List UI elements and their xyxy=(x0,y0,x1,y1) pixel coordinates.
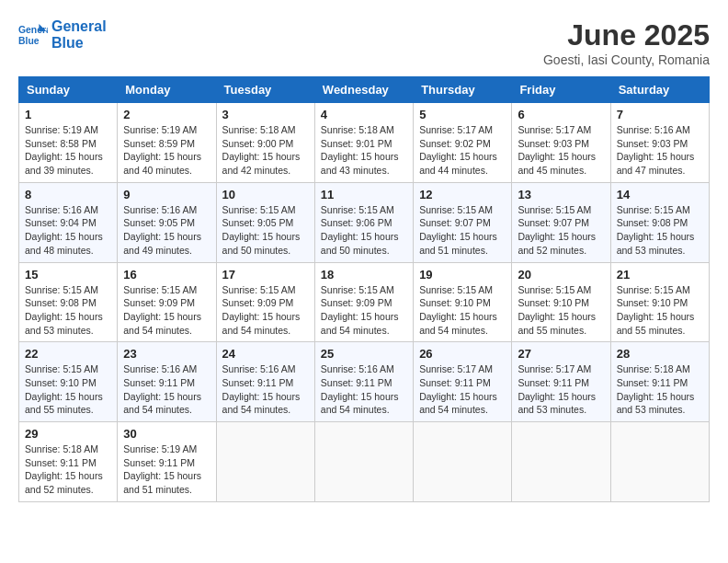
day-cell: 4Sunrise: 5:18 AMSunset: 9:01 PMDaylight… xyxy=(314,103,413,183)
week-row-5: 29Sunrise: 5:18 AMSunset: 9:11 PMDayligh… xyxy=(19,422,710,502)
day-cell: 15Sunrise: 5:15 AMSunset: 9:08 PMDayligh… xyxy=(19,262,118,342)
day-info: Sunrise: 5:15 AMSunset: 9:07 PMDaylight:… xyxy=(419,203,506,258)
day-number: 3 xyxy=(222,108,309,121)
day-cell: 21Sunrise: 5:15 AMSunset: 9:10 PMDayligh… xyxy=(610,262,709,342)
day-cell: 5Sunrise: 5:17 AMSunset: 9:02 PMDaylight… xyxy=(414,103,512,183)
header-friday: Friday xyxy=(512,77,610,103)
day-info: Sunrise: 5:15 AMSunset: 9:10 PMDaylight:… xyxy=(518,283,604,338)
month-title: June 2025 xyxy=(543,18,710,52)
header-tuesday: Tuesday xyxy=(216,77,314,103)
day-info: Sunrise: 5:15 AMSunset: 9:05 PMDaylight:… xyxy=(222,203,309,258)
day-cell: 8Sunrise: 5:16 AMSunset: 9:04 PMDaylight… xyxy=(19,182,118,262)
day-info: Sunrise: 5:15 AMSunset: 9:07 PMDaylight:… xyxy=(518,203,604,258)
week-row-1: 1Sunrise: 5:19 AMSunset: 8:58 PMDaylight… xyxy=(19,103,710,183)
title-area: June 2025 Goesti, Iasi County, Romania xyxy=(543,18,710,67)
day-cell: 3Sunrise: 5:18 AMSunset: 9:00 PMDaylight… xyxy=(216,103,314,183)
day-cell: 2Sunrise: 5:19 AMSunset: 8:59 PMDaylight… xyxy=(118,103,216,183)
day-number: 30 xyxy=(123,427,210,441)
day-number: 18 xyxy=(321,268,407,282)
day-number: 26 xyxy=(419,347,506,361)
day-cell: 26Sunrise: 5:17 AMSunset: 9:11 PMDayligh… xyxy=(414,342,512,422)
day-number: 7 xyxy=(617,108,703,121)
week-row-3: 15Sunrise: 5:15 AMSunset: 9:08 PMDayligh… xyxy=(19,262,710,342)
day-number: 8 xyxy=(25,188,111,201)
day-number: 6 xyxy=(518,108,604,121)
day-cell: 23Sunrise: 5:16 AMSunset: 9:11 PMDayligh… xyxy=(118,342,216,422)
day-info: Sunrise: 5:15 AMSunset: 9:10 PMDaylight:… xyxy=(617,283,703,338)
day-cell: 19Sunrise: 5:15 AMSunset: 9:10 PMDayligh… xyxy=(414,262,512,342)
location-title: Goesti, Iasi County, Romania xyxy=(543,52,710,67)
header-monday: Monday xyxy=(118,77,216,103)
day-cell: 13Sunrise: 5:15 AMSunset: 9:07 PMDayligh… xyxy=(512,182,610,262)
day-number: 5 xyxy=(419,108,506,121)
day-info: Sunrise: 5:17 AMSunset: 9:03 PMDaylight:… xyxy=(518,123,604,178)
day-cell: 11Sunrise: 5:15 AMSunset: 9:06 PMDayligh… xyxy=(314,182,413,262)
day-info: Sunrise: 5:15 AMSunset: 9:10 PMDaylight:… xyxy=(419,283,506,338)
day-info: Sunrise: 5:16 AMSunset: 9:11 PMDaylight:… xyxy=(321,362,407,417)
day-number: 27 xyxy=(518,347,604,361)
day-cell: 24Sunrise: 5:16 AMSunset: 9:11 PMDayligh… xyxy=(216,342,314,422)
day-info: Sunrise: 5:16 AMSunset: 9:05 PMDaylight:… xyxy=(123,203,210,258)
day-cell: 7Sunrise: 5:16 AMSunset: 9:03 PMDaylight… xyxy=(610,103,709,183)
day-info: Sunrise: 5:15 AMSunset: 9:06 PMDaylight:… xyxy=(321,203,407,258)
day-cell: 20Sunrise: 5:15 AMSunset: 9:10 PMDayligh… xyxy=(512,262,610,342)
day-number: 28 xyxy=(617,347,703,361)
calendar-table: SundayMondayTuesdayWednesdayThursdayFrid… xyxy=(18,76,710,502)
day-info: Sunrise: 5:16 AMSunset: 9:04 PMDaylight:… xyxy=(25,203,111,258)
logo: General Blue General Blue xyxy=(18,18,107,51)
day-number: 21 xyxy=(617,268,703,282)
day-info: Sunrise: 5:15 AMSunset: 9:09 PMDaylight:… xyxy=(321,283,407,338)
day-cell xyxy=(512,422,610,502)
day-info: Sunrise: 5:15 AMSunset: 9:08 PMDaylight:… xyxy=(25,283,111,338)
day-number: 10 xyxy=(222,188,309,201)
day-cell: 22Sunrise: 5:15 AMSunset: 9:10 PMDayligh… xyxy=(19,342,118,422)
day-info: Sunrise: 5:15 AMSunset: 9:09 PMDaylight:… xyxy=(222,283,309,338)
day-number: 25 xyxy=(321,347,407,361)
day-info: Sunrise: 5:19 AMSunset: 8:59 PMDaylight:… xyxy=(123,123,210,178)
day-cell: 18Sunrise: 5:15 AMSunset: 9:09 PMDayligh… xyxy=(314,262,413,342)
day-cell xyxy=(216,422,314,502)
day-info: Sunrise: 5:16 AMSunset: 9:03 PMDaylight:… xyxy=(617,123,703,178)
day-number: 22 xyxy=(25,347,111,361)
header-saturday: Saturday xyxy=(610,77,709,103)
day-number: 11 xyxy=(321,188,407,201)
day-cell xyxy=(610,422,709,502)
header: General Blue General Blue June 2025 Goes… xyxy=(18,18,710,67)
day-info: Sunrise: 5:17 AMSunset: 9:11 PMDaylight:… xyxy=(419,362,506,417)
day-info: Sunrise: 5:18 AMSunset: 9:11 PMDaylight:… xyxy=(617,362,703,417)
day-number: 9 xyxy=(123,188,210,201)
day-number: 15 xyxy=(25,268,111,282)
day-cell xyxy=(314,422,413,502)
day-cell: 14Sunrise: 5:15 AMSunset: 9:08 PMDayligh… xyxy=(610,182,709,262)
day-number: 29 xyxy=(25,427,111,441)
day-cell: 17Sunrise: 5:15 AMSunset: 9:09 PMDayligh… xyxy=(216,262,314,342)
logo-general: General xyxy=(51,18,107,35)
day-cell: 10Sunrise: 5:15 AMSunset: 9:05 PMDayligh… xyxy=(216,182,314,262)
day-cell: 9Sunrise: 5:16 AMSunset: 9:05 PMDaylight… xyxy=(118,182,216,262)
day-info: Sunrise: 5:19 AMSunset: 8:58 PMDaylight:… xyxy=(25,123,111,178)
day-number: 17 xyxy=(222,268,309,282)
day-info: Sunrise: 5:15 AMSunset: 9:10 PMDaylight:… xyxy=(25,362,111,417)
header-thursday: Thursday xyxy=(414,77,512,103)
day-number: 14 xyxy=(617,188,703,201)
day-number: 24 xyxy=(222,347,309,361)
day-cell: 1Sunrise: 5:19 AMSunset: 8:58 PMDaylight… xyxy=(19,103,118,183)
day-info: Sunrise: 5:15 AMSunset: 9:08 PMDaylight:… xyxy=(617,203,703,258)
day-cell: 16Sunrise: 5:15 AMSunset: 9:09 PMDayligh… xyxy=(118,262,216,342)
day-info: Sunrise: 5:15 AMSunset: 9:09 PMDaylight:… xyxy=(123,283,210,338)
day-cell: 6Sunrise: 5:17 AMSunset: 9:03 PMDaylight… xyxy=(512,103,610,183)
day-cell: 30Sunrise: 5:19 AMSunset: 9:11 PMDayligh… xyxy=(118,422,216,502)
day-info: Sunrise: 5:17 AMSunset: 9:11 PMDaylight:… xyxy=(518,362,604,417)
logo-blue: Blue xyxy=(51,35,107,52)
day-info: Sunrise: 5:18 AMSunset: 9:11 PMDaylight:… xyxy=(25,442,111,497)
header-row: SundayMondayTuesdayWednesdayThursdayFrid… xyxy=(19,77,710,103)
day-number: 1 xyxy=(25,108,111,121)
week-row-2: 8Sunrise: 5:16 AMSunset: 9:04 PMDaylight… xyxy=(19,182,710,262)
header-sunday: Sunday xyxy=(19,77,118,103)
day-number: 19 xyxy=(419,268,506,282)
day-info: Sunrise: 5:18 AMSunset: 9:00 PMDaylight:… xyxy=(222,123,309,178)
day-cell: 25Sunrise: 5:16 AMSunset: 9:11 PMDayligh… xyxy=(314,342,413,422)
day-cell: 12Sunrise: 5:15 AMSunset: 9:07 PMDayligh… xyxy=(414,182,512,262)
svg-text:Blue: Blue xyxy=(18,35,40,45)
day-number: 23 xyxy=(123,347,210,361)
